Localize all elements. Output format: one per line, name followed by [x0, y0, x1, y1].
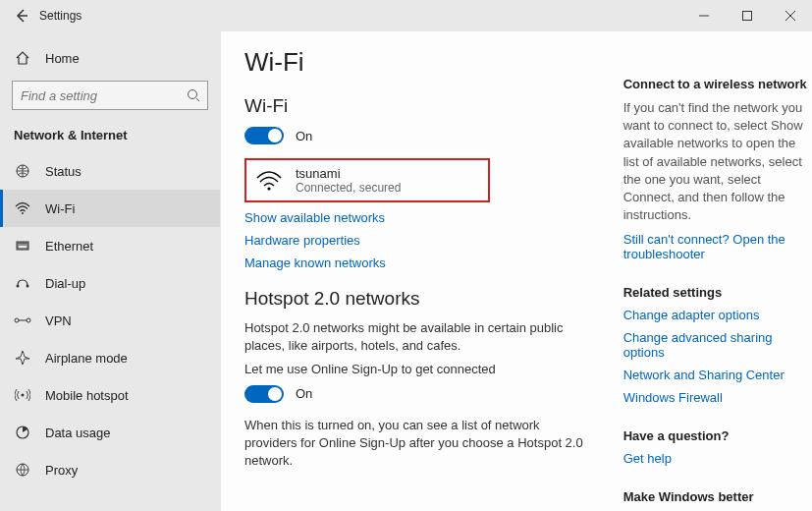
online-signup-toggle-state: On: [296, 386, 312, 401]
maximize-button[interactable]: [726, 0, 769, 31]
sidebar-item-dialup[interactable]: Dial-up: [0, 264, 220, 302]
page-title: Wi-Fi: [244, 47, 594, 78]
hardware-properties-link[interactable]: Hardware properties: [244, 233, 594, 248]
sidebar-item-label: Proxy: [45, 463, 78, 478]
sharing-options-link[interactable]: Change advanced sharing options: [623, 330, 812, 360]
airplane-icon: [14, 350, 31, 366]
firewall-link[interactable]: Windows Firewall: [623, 390, 812, 405]
close-icon: [785, 11, 795, 21]
sidebar-item-status[interactable]: Status: [0, 152, 220, 190]
current-network-card[interactable]: tsunami Connected, secured: [244, 158, 490, 202]
sidebar-section-header: Network & Internet: [0, 122, 220, 152]
manage-known-networks-link[interactable]: Manage known networks: [244, 256, 594, 270]
svg-point-10: [22, 394, 25, 397]
svg-point-8: [15, 318, 19, 322]
online-signup-label: Let me use Online Sign-Up to get connect…: [244, 361, 594, 378]
wifi-icon: [14, 200, 31, 216]
wifi-toggle[interactable]: [244, 127, 284, 144]
svg-point-6: [17, 285, 20, 288]
search-input[interactable]: [12, 81, 208, 110]
related-heading: Related settings: [623, 285, 812, 300]
connect-description: If you can't find the network you want t…: [623, 99, 812, 224]
sidebar-item-label: Mobile hotspot: [45, 388, 129, 403]
network-status: Connected, secured: [296, 181, 401, 195]
sidebar-item-label: Home: [45, 51, 80, 66]
show-networks-link[interactable]: Show available networks: [244, 210, 594, 225]
sidebar-item-label: Status: [45, 164, 81, 179]
troubleshooter-link[interactable]: Still can't connect? Open the troublesho…: [623, 232, 812, 261]
sidebar-item-home[interactable]: Home: [0, 39, 220, 77]
connect-heading: Connect to a wireless network: [623, 77, 812, 91]
svg-point-13: [267, 187, 270, 190]
wifi-signal-icon: [256, 170, 282, 192]
sidebar-item-datausage[interactable]: Data usage: [0, 414, 220, 451]
right-column: Connect to a wireless network If you can…: [623, 47, 812, 511]
question-heading: Have a question?: [623, 428, 812, 443]
home-icon: [14, 50, 31, 66]
proxy-icon: [14, 462, 31, 478]
sidebar-item-label: Wi-Fi: [45, 201, 75, 216]
close-button[interactable]: [769, 0, 812, 31]
search-icon: [187, 88, 200, 102]
search-field[interactable]: [21, 88, 187, 103]
sidebar-item-proxy[interactable]: Proxy: [0, 451, 220, 488]
get-help-link[interactable]: Get help: [623, 451, 812, 466]
svg-point-7: [27, 285, 29, 288]
titlebar: Settings: [0, 0, 812, 31]
hotspot-icon: [14, 387, 31, 403]
sidebar-item-label: Ethernet: [45, 239, 93, 254]
status-icon: [14, 163, 31, 179]
arrow-left-icon: [14, 8, 29, 24]
wifi-toggle-state: On: [296, 129, 312, 143]
better-heading: Make Windows better: [623, 489, 812, 504]
svg-point-1: [189, 90, 197, 99]
hotspot-section-heading: Hotspot 2.0 networks: [244, 288, 594, 310]
minimize-icon: [699, 11, 709, 21]
network-center-link[interactable]: Network and Sharing Center: [623, 368, 812, 382]
dialup-icon: [14, 275, 31, 291]
sidebar-item-label: Dial-up: [45, 276, 85, 291]
sidebar-item-label: Airplane mode: [45, 351, 128, 366]
svg-rect-0: [743, 12, 752, 21]
network-name: tsunami: [296, 166, 401, 181]
svg-point-9: [27, 318, 30, 322]
window-title: Settings: [39, 9, 682, 23]
sidebar-item-ethernet[interactable]: Ethernet: [0, 227, 220, 264]
back-button[interactable]: [8, 8, 35, 24]
window-controls: [682, 0, 812, 31]
sidebar-item-vpn[interactable]: VPN: [0, 302, 220, 339]
sidebar-item-airplane[interactable]: Airplane mode: [0, 339, 220, 376]
sidebar-item-label: Data usage: [45, 426, 111, 440]
hotspot-description-2: When this is turned on, you can see a li…: [244, 417, 594, 471]
adapter-options-link[interactable]: Change adapter options: [623, 308, 812, 322]
svg-point-3: [22, 212, 24, 214]
maximize-icon: [742, 11, 752, 21]
minimize-button[interactable]: [682, 0, 726, 31]
online-signup-toggle[interactable]: [244, 385, 284, 403]
hotspot-description: Hotspot 2.0 networks might be available …: [244, 319, 594, 355]
vpn-icon: [14, 314, 31, 326]
ethernet-icon: [14, 238, 31, 254]
wifi-section-heading: Wi-Fi: [244, 95, 594, 117]
sidebar-item-hotspot[interactable]: Mobile hotspot: [0, 376, 220, 414]
sidebar-item-label: VPN: [45, 313, 72, 328]
data-usage-icon: [14, 425, 31, 440]
main-content: Wi-Fi Wi-Fi On tsunami Connected, secure…: [221, 31, 812, 511]
sidebar: Home Network & Internet Status Wi-Fi Eth…: [0, 31, 221, 511]
sidebar-item-wifi[interactable]: Wi-Fi: [0, 190, 220, 227]
